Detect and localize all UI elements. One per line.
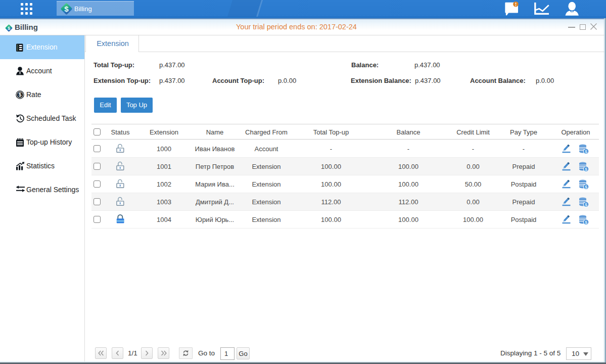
svg-text:$: $ [585, 220, 587, 225]
svg-text:$: $ [585, 202, 587, 207]
svg-text:$: $ [19, 92, 22, 98]
svg-text:$: $ [585, 185, 587, 190]
svg-text:$: $ [8, 25, 11, 31]
svg-text:$: $ [585, 149, 587, 154]
svg-text:$: $ [585, 167, 587, 172]
svg-text:$: $ [64, 5, 69, 13]
